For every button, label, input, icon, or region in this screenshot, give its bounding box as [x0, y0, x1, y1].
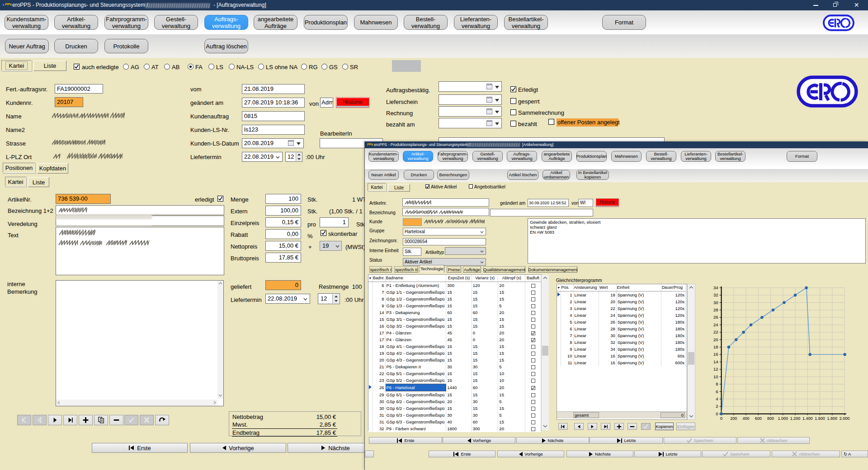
- svg-text:2: 2: [716, 404, 718, 409]
- svg-text:10: 10: [713, 374, 718, 379]
- svg-text:800: 800: [767, 416, 774, 421]
- svg-text:2.000: 2.000: [840, 416, 850, 421]
- svg-text:22: 22: [713, 329, 718, 334]
- svg-text:34: 34: [713, 285, 718, 290]
- svg-text:1.800: 1.800: [827, 416, 838, 421]
- svg-text:20: 20: [713, 337, 718, 342]
- svg-text:1.200: 1.200: [790, 416, 801, 421]
- svg-text:26: 26: [713, 315, 718, 320]
- svg-text:1.000: 1.000: [778, 416, 788, 421]
- svg-text:200: 200: [730, 416, 737, 421]
- svg-text:0: 0: [716, 411, 718, 416]
- svg-text:28: 28: [713, 307, 718, 312]
- svg-text:600: 600: [755, 416, 762, 421]
- svg-text:6: 6: [716, 389, 718, 394]
- svg-text:24: 24: [713, 322, 718, 327]
- svg-text:0: 0: [720, 416, 722, 421]
- svg-text:16: 16: [713, 352, 718, 357]
- svg-text:30: 30: [713, 300, 718, 305]
- svg-text:1.400: 1.400: [802, 416, 813, 421]
- svg-text:400: 400: [743, 416, 750, 421]
- svg-text:4: 4: [716, 396, 718, 401]
- svg-text:32: 32: [713, 292, 718, 297]
- svg-text:8: 8: [716, 381, 718, 386]
- svg-text:12: 12: [713, 367, 718, 371]
- svg-text:1.600: 1.600: [815, 416, 825, 421]
- svg-text:14: 14: [713, 359, 718, 364]
- svg-text:18: 18: [713, 344, 718, 349]
